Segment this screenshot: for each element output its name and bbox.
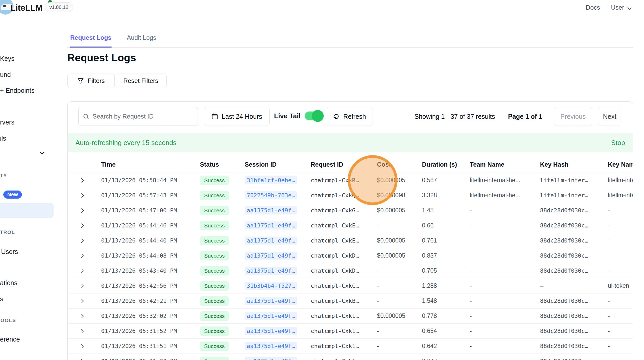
- expand-row-button[interactable]: [68, 253, 101, 259]
- session-id-link[interactable]: aa1375d1-e49f…: [245, 312, 297, 320]
- page-indicator: Page 1 of 1: [508, 113, 542, 120]
- chevron-down-icon[interactable]: [626, 5, 633, 12]
- table-row[interactable]: 01/13/2026 05:43:40 PM Success aa1375d1-…: [68, 263, 633, 278]
- status-badge: Success: [200, 296, 229, 306]
- docs-link[interactable]: Docs: [586, 4, 600, 11]
- duration-cell: 1.548: [422, 297, 470, 304]
- sidebar-item-playground[interactable]: und: [0, 71, 11, 78]
- key-hash-cell: 88dc28d0f030c…: [540, 328, 608, 334]
- status-cell: Success: [200, 266, 245, 276]
- key-name-cell: -: [608, 328, 633, 335]
- reset-filters-button[interactable]: Reset Filters: [115, 74, 167, 88]
- session-id-link[interactable]: aa1375d1-e49f…: [245, 252, 297, 260]
- user-menu[interactable]: User: [611, 4, 624, 11]
- session-id-link[interactable]: 31bfa1cf-0ebe…: [245, 176, 297, 184]
- expand-row-button[interactable]: [68, 268, 101, 274]
- funnel-icon: [77, 77, 84, 84]
- table-row[interactable]: 01/13/2026 05:47:00 PM Success aa1375d1-…: [68, 203, 633, 218]
- duration-cell: 0.761: [422, 237, 470, 244]
- chevron-right-icon: [79, 253, 86, 259]
- expand-row-button[interactable]: [68, 298, 101, 304]
- litellm-admin-page: { "header": { "app_name": "LiteLLM", "ve…: [0, 0, 644, 360]
- status-badge: Success: [200, 206, 229, 215]
- status-badge: Success: [200, 266, 229, 276]
- auto-refresh-banner: Auto-refreshing every 15 seconds Stop: [68, 133, 633, 152]
- key-name-cell: -: [608, 252, 633, 259]
- key-name-cell: -: [608, 267, 633, 274]
- duration-cell: 1.288: [422, 282, 470, 289]
- session-id-link[interactable]: aa1375d1-e49f…: [245, 221, 297, 230]
- search-input[interactable]: [93, 113, 193, 120]
- table-row[interactable]: 01/13/2026 05:57:43 PM Success 7022549b-…: [68, 188, 633, 203]
- team-name-cell: -: [470, 207, 540, 214]
- status-cell: Success: [200, 326, 245, 336]
- session-id-link[interactable]: aa1375d1-e49f…: [245, 342, 297, 350]
- session-id-link[interactable]: aa1375d1-e49f…: [245, 237, 297, 245]
- next-page-button[interactable]: Next: [598, 107, 621, 126]
- live-tail-toggle[interactable]: [305, 112, 322, 120]
- refresh-button[interactable]: Refresh: [326, 107, 373, 126]
- time-cell: 01/13/2026 05:58:44 PM: [101, 177, 200, 184]
- cost-cell: $0.000005: [377, 177, 422, 184]
- filters-button[interactable]: Filters: [67, 74, 115, 88]
- col-session-id: Session ID: [245, 161, 311, 168]
- sidebar-item-mcp-servers[interactable]: rvers: [0, 119, 15, 126]
- sidebar-item-virtual-keys[interactable]: Keys: [0, 55, 15, 62]
- expand-row-button[interactable]: [68, 207, 101, 214]
- status-badge: Success: [200, 342, 229, 351]
- session-id-cell: aa1375d1-e49f…: [245, 327, 311, 335]
- table-body: 01/13/2026 05:58:44 PM Success 31bfa1cf-…: [68, 173, 633, 360]
- expand-row-button[interactable]: [68, 328, 101, 334]
- tab-request-logs[interactable]: Request Logs: [70, 34, 112, 48]
- chevron-down-icon[interactable]: [38, 149, 46, 157]
- expand-row-button[interactable]: [68, 222, 101, 229]
- sidebar-item-guardrails[interactable]: ils: [0, 135, 6, 142]
- duration-cell: 0.778: [422, 312, 470, 319]
- tab-audit-logs[interactable]: Audit Logs: [127, 34, 156, 47]
- table-row[interactable]: 01/13/2026 05:44:40 PM Success aa1375d1-…: [68, 233, 633, 248]
- session-id-link[interactable]: 7022549b-763e…: [245, 191, 297, 199]
- time-cell: 01/13/2026 05:42:56 PM: [101, 283, 200, 289]
- expand-row-button[interactable]: [68, 358, 101, 360]
- expand-row-button[interactable]: [68, 343, 101, 349]
- sidebar-item-logs-active[interactable]: [0, 203, 54, 218]
- table-row[interactable]: 01/13/2026 05:31:52 PM Success aa1375d1-…: [68, 324, 633, 339]
- table-row[interactable]: 01/13/2026 05:32:02 PM Success aa1375d1-…: [68, 309, 633, 324]
- log-tabs: Request Logs Audit Logs: [67, 34, 633, 48]
- duration-cell: 0.837: [422, 252, 470, 259]
- status-badge: Success: [200, 236, 229, 245]
- session-id-link[interactable]: aa1375d1-e49f…: [245, 297, 297, 305]
- expand-row-button[interactable]: [68, 192, 101, 199]
- expand-row-button[interactable]: [68, 313, 101, 319]
- sidebar-item-models-endpoints[interactable]: + Endpoints: [0, 87, 35, 94]
- session-id-link[interactable]: 31b3b4b4-f527…: [245, 282, 297, 290]
- sidebar-item-organizations[interactable]: ations: [0, 279, 17, 287]
- stop-auto-refresh-button[interactable]: Stop: [611, 139, 625, 147]
- col-duration: Duration (s): [422, 161, 470, 168]
- previous-page-button[interactable]: Previous: [554, 107, 592, 126]
- cost-cell: -: [377, 267, 422, 274]
- key-name-cell: -: [608, 222, 633, 229]
- sidebar-item-api-reference[interactable]: erence: [0, 336, 20, 343]
- expand-row-button[interactable]: [68, 238, 101, 244]
- duration-cell: 1.45: [422, 207, 470, 214]
- time-range-button[interactable]: Last 24 Hours: [204, 107, 270, 126]
- sidebar-item-teams[interactable]: s: [0, 295, 3, 303]
- expand-row-button[interactable]: [68, 177, 101, 184]
- session-id-cell: aa1375d1-e49f…: [245, 297, 311, 305]
- table-row[interactable]: 01/13/2026 05:58:44 PM Success 31bfa1cf-…: [68, 173, 633, 188]
- key-hash-cell: 88dc28d0f030c…: [540, 267, 608, 274]
- table-row[interactable]: 01/13/2026 05:42:21 PM Success aa1375d1-…: [68, 293, 633, 309]
- table-row[interactable]: 01/13/2026 05:44:46 PM Success aa1375d1-…: [68, 218, 633, 233]
- session-id-link[interactable]: aa1375d1-e49f…: [245, 267, 297, 275]
- table-row[interactable]: 01/13/2026 05:31:38 PM Success aa1375d1-…: [68, 354, 633, 360]
- session-id-link[interactable]: aa1375d1-e49f…: [245, 206, 297, 214]
- expand-row-button[interactable]: [68, 283, 101, 289]
- table-row[interactable]: 01/13/2026 05:42:56 PM Success 31b3b4b4-…: [68, 278, 633, 293]
- team-name-cell: -: [470, 237, 540, 244]
- session-id-link[interactable]: aa1375d1-e49f…: [245, 357, 297, 360]
- session-id-link[interactable]: aa1375d1-e49f…: [245, 327, 297, 335]
- table-row[interactable]: 01/13/2026 05:31:51 PM Success aa1375d1-…: [68, 339, 633, 354]
- sidebar-item-internal-users[interactable]: Users: [1, 248, 18, 256]
- table-row[interactable]: 01/13/2026 05:44:08 PM Success aa1375d1-…: [68, 248, 633, 263]
